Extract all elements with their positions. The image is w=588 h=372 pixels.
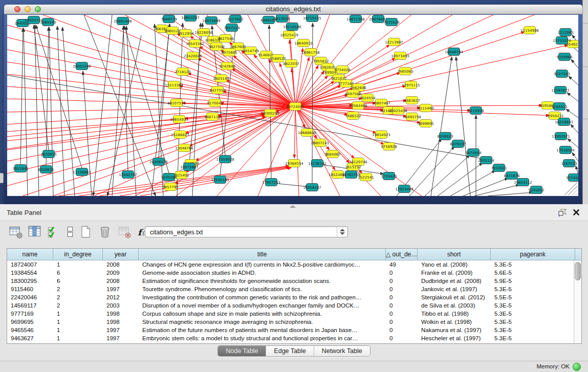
- edge-red[interactable]: [290, 40, 295, 106]
- table-cell[interactable]: 5.6E-5: [491, 269, 575, 277]
- table-cell[interactable]: 2008: [103, 260, 139, 269]
- graph-node[interactable]: 16495758: [403, 113, 421, 121]
- graph-node[interactable]: 14136141: [308, 160, 326, 167]
- table-cell[interactable]: 1997: [103, 334, 139, 342]
- table-cell[interactable]: 1: [53, 310, 103, 318]
- graph-node[interactable]: 9227343: [554, 70, 570, 78]
- edge-black[interactable]: [34, 25, 49, 150]
- graph-node[interactable]: 12923448: [395, 185, 413, 193]
- table-options-icon[interactable]: [9, 225, 23, 238]
- edge-black[interactable]: [93, 15, 112, 196]
- graph-node[interactable]: 1244413: [551, 103, 567, 111]
- table-cell[interactable]: 1: [53, 318, 103, 326]
- table-cell[interactable]: 6: [53, 269, 103, 277]
- table-cell[interactable]: 5.9E-5: [491, 277, 575, 285]
- graph-node[interactable]: 1733426: [381, 172, 397, 180]
- table-cell[interactable]: 2: [53, 285, 103, 293]
- table-cell[interactable]: 0: [386, 285, 418, 293]
- tab-edge-table[interactable]: Edge Table: [266, 346, 314, 356]
- edge-black[interactable]: [567, 93, 578, 101]
- graph-node[interactable]: 14671388: [346, 15, 365, 23]
- graph-node[interactable]: 1112083: [557, 29, 573, 36]
- table-cell[interactable]: 6: [53, 277, 103, 285]
- tab-network-table[interactable]: Network Table: [314, 346, 370, 356]
- table-cell[interactable]: 2003: [103, 301, 139, 310]
- table-cell[interactable]: 5.3E-5: [491, 285, 575, 293]
- edge-black[interactable]: [20, 28, 23, 164]
- graph-node[interactable]: 9474444: [465, 149, 482, 157]
- graph-node[interactable]: 2718120: [175, 68, 190, 76]
- graph-node[interactable]: 12213987: [385, 38, 403, 46]
- graph-node[interactable]: 16958107: [303, 184, 321, 191]
- show-columns-icon[interactable]: [28, 225, 41, 238]
- close-panel-icon[interactable]: [573, 209, 580, 216]
- table-cell[interactable]: 19384554: [7, 269, 53, 277]
- graph-node[interactable]: 6734028: [334, 66, 350, 74]
- table-cell[interactable]: 9463627: [7, 334, 53, 342]
- table-cell[interactable]: 5.3E-5: [491, 260, 575, 269]
- graph-node[interactable]: 8350611: [38, 166, 54, 173]
- table-cell[interactable]: 14569117: [7, 301, 53, 310]
- edge-black[interactable]: [571, 59, 578, 68]
- graph-node[interactable]: 8427552: [209, 86, 225, 94]
- edge-black[interactable]: [84, 15, 156, 196]
- table-cell[interactable]: 1: [53, 326, 103, 334]
- edge-black[interactable]: [569, 76, 578, 85]
- table-cell[interactable]: Wolkin et al. (1998): [418, 318, 491, 326]
- graph-node[interactable]: 2620655: [40, 150, 56, 158]
- graph-node[interactable]: 9684067: [324, 150, 340, 158]
- graph-node[interactable]: 7486322: [345, 112, 361, 120]
- graph-node[interactable]: 9756928: [381, 143, 397, 150]
- graph-node[interactable]: 8454749: [243, 47, 258, 55]
- graph-node[interactable]: 9115460: [418, 104, 433, 112]
- graph-node[interactable]: 8975685: [221, 49, 237, 56]
- table-cell[interactable]: 2: [53, 301, 103, 310]
- table-cell[interactable]: 5.3E-5: [491, 318, 575, 326]
- table-cell[interactable]: 1997: [103, 326, 139, 334]
- column-header-1[interactable]: in_degree: [53, 249, 103, 260]
- table-cell[interactable]: 49: [386, 260, 418, 269]
- graph-node[interactable]: 18107554: [167, 99, 186, 107]
- table-cell[interactable]: 2: [53, 293, 103, 301]
- table-cell[interactable]: de Silva et al. (2003): [418, 301, 491, 310]
- graph-node[interactable]: 8822037: [283, 60, 299, 68]
- graph-node[interactable]: 1167533: [561, 160, 577, 167]
- table-row[interactable]: 1938455462009Genome-wide association stu…: [7, 269, 581, 277]
- graph-node[interactable]: 12093872: [551, 86, 570, 94]
- graph-node[interactable]: 19218596: [283, 23, 301, 31]
- graph-node[interactable]: 9170041: [207, 99, 223, 107]
- edge-black[interactable]: [123, 26, 128, 170]
- graph-node[interactable]: 6497568: [345, 90, 361, 98]
- graph-node[interactable]: 1145194: [161, 173, 177, 181]
- edge-black[interactable]: [425, 155, 470, 196]
- edge-black[interactable]: [312, 23, 313, 183]
- edge-red[interactable]: [7, 86, 295, 106]
- memory-ok-indicator[interactable]: [573, 363, 581, 371]
- graph-node[interactable]: 7857224: [224, 24, 240, 32]
- graph-node[interactable]: 8912954: [178, 30, 194, 37]
- table-selector-combobox[interactable]: citations_edges.txt: [145, 226, 348, 237]
- table-cell[interactable]: Nakamura et al. (1997): [418, 326, 491, 334]
- edge-black[interactable]: [488, 192, 533, 196]
- column-header-0[interactable]: name: [7, 249, 53, 260]
- table-row[interactable]: 911546021997Tourette syndrome. Phenomeno…: [7, 285, 581, 293]
- graph-node[interactable]: 7485063: [397, 68, 413, 75]
- delete-table-icon[interactable]: [118, 225, 131, 238]
- graph-node[interactable]: 9827546: [217, 35, 234, 42]
- table-cell[interactable]: 22420046: [7, 293, 53, 301]
- graph-node[interactable]: 8813054: [274, 15, 290, 23]
- edge-red[interactable]: [295, 106, 422, 196]
- edge-black[interactable]: [155, 24, 163, 196]
- graph-node[interactable]: 1527602: [227, 15, 243, 23]
- graph-node[interactable]: 18226058: [194, 29, 213, 36]
- graph-node[interactable]: 16961758: [301, 49, 320, 56]
- table-cell[interactable]: 5.3E-5: [491, 334, 575, 342]
- network-graph[interactable]: 1872400776638228960128891295418226058818…: [7, 15, 578, 196]
- table-cell[interactable]: Corpus callosum shape and size in male p…: [139, 310, 386, 318]
- graph-node[interactable]: 9329966: [556, 53, 573, 61]
- edge-black[interactable]: [151, 24, 170, 196]
- graph-node[interactable]: 20691406: [114, 17, 132, 25]
- graph-node[interactable]: 19654933: [170, 116, 188, 123]
- graph-node[interactable]: 8938923: [437, 133, 453, 140]
- graph-node[interactable]: 9699695: [418, 120, 433, 127]
